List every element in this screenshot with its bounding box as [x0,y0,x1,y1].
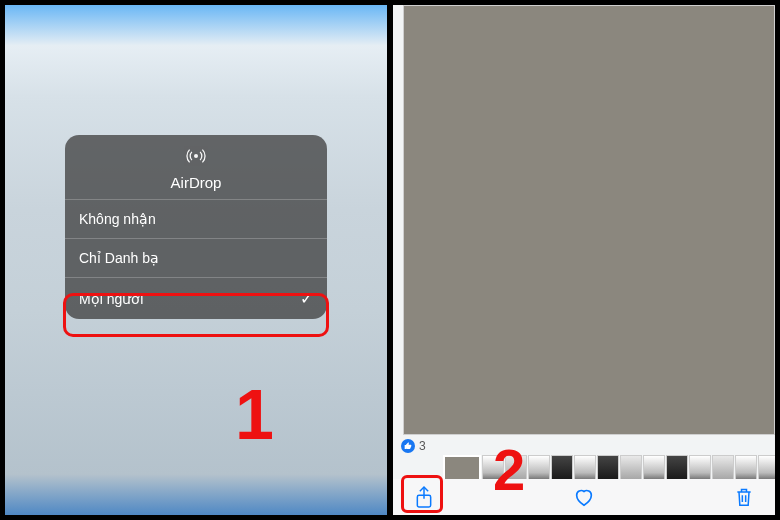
airdrop-option-everyone[interactable]: Mọi người ✓ [65,277,327,319]
annotation-step-1: 1 [235,375,274,455]
airdrop-option-off[interactable]: Không nhận [65,199,327,238]
panel-divider [390,0,392,520]
checkmark-icon: ✓ [300,289,313,308]
annotation-step-2: 2 [493,436,525,503]
airdrop-option-contacts[interactable]: Chỉ Danh bạ [65,238,327,277]
share-button[interactable] [411,484,437,510]
photo-preview[interactable] [403,5,775,435]
airdrop-menu: AirDrop Không nhận Chỉ Danh bạ Mọi người… [65,135,327,319]
option-label: Chỉ Danh bạ [79,250,159,266]
option-label: Mọi người [79,291,143,307]
delete-button[interactable] [731,484,757,510]
like-count: 3 [419,439,426,453]
like-icon [401,439,415,453]
like-badge: 3 [401,439,426,453]
step-2-panel: 3 [392,4,776,516]
step-1-panel: AirDrop Không nhận Chỉ Danh bạ Mọi người… [4,4,388,516]
airdrop-title: AirDrop [171,174,222,191]
airdrop-header: AirDrop [65,135,327,199]
bottom-toolbar [393,479,775,515]
favorite-button[interactable] [571,484,597,510]
svg-point-0 [194,154,198,158]
option-label: Không nhận [79,211,156,227]
airdrop-icon [185,145,207,171]
